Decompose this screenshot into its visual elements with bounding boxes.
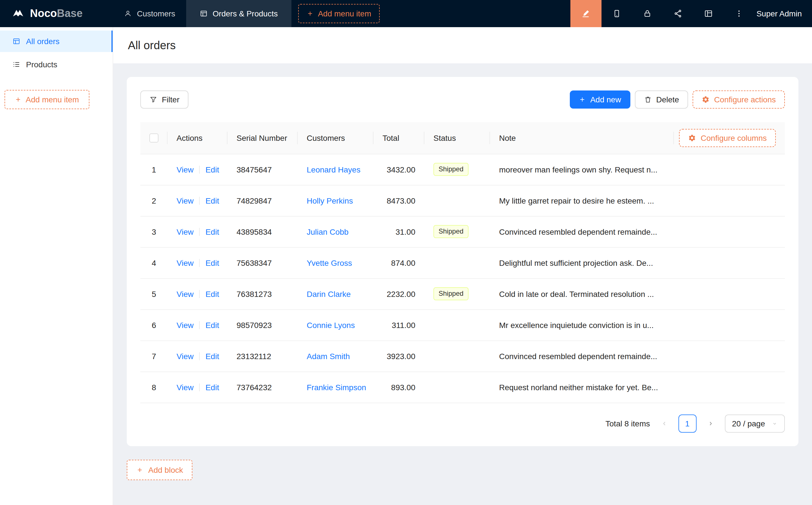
note-cell: Cold in late or deal. Terminated resolut… bbox=[490, 278, 674, 309]
plus-icon bbox=[307, 10, 313, 17]
customer-link[interactable]: Darin Clarke bbox=[307, 289, 351, 298]
row-index: 4 bbox=[140, 247, 167, 278]
add-new-button[interactable]: Add new bbox=[570, 91, 630, 109]
collection-manager-button[interactable] bbox=[693, 0, 724, 27]
customer-link[interactable]: Yvette Gross bbox=[307, 258, 352, 267]
nav-item-orders-products[interactable]: Orders & Products bbox=[186, 0, 291, 27]
nav-item-customers[interactable]: Customers bbox=[113, 0, 186, 27]
gear-icon bbox=[702, 96, 709, 104]
edit-link[interactable]: Edit bbox=[206, 351, 219, 360]
serial-number-cell: 98570923 bbox=[228, 309, 298, 340]
serial-number-cell: 73764232 bbox=[228, 371, 298, 403]
current-user[interactable]: Super Admin bbox=[757, 9, 802, 18]
customer-link[interactable]: Leonard Hayes bbox=[307, 165, 361, 174]
actions-divider bbox=[199, 383, 200, 391]
table-row: 4 ViewEdit 75638347 Yvette Gross 874.00 … bbox=[140, 247, 785, 278]
status-badge: Shipped bbox=[433, 163, 468, 176]
orders-products-icon bbox=[199, 10, 208, 17]
edit-link[interactable]: Edit bbox=[206, 165, 219, 174]
chevron-right-icon bbox=[707, 420, 714, 427]
table-header-row: Actions Serial Number Customers Total St… bbox=[140, 122, 785, 154]
customer-link[interactable]: Connie Lyons bbox=[307, 320, 355, 329]
more-options-button[interactable] bbox=[724, 0, 754, 27]
all-orders-icon bbox=[12, 37, 20, 45]
serial-number-cell: 75638347 bbox=[228, 247, 298, 278]
total-cell: 874.00 bbox=[374, 247, 424, 278]
spacer-cell bbox=[674, 278, 785, 309]
header-add-menu-item-button[interactable]: Add menu item bbox=[298, 4, 380, 23]
edit-link[interactable]: Edit bbox=[206, 258, 219, 267]
customer-link[interactable]: Julian Cobb bbox=[307, 227, 349, 236]
header-add-menu-item-label: Add menu item bbox=[318, 9, 371, 18]
row-index: 6 bbox=[140, 309, 167, 340]
select-all-checkbox[interactable] bbox=[149, 134, 158, 143]
api-doc-button[interactable] bbox=[663, 0, 693, 27]
table-row: 3 ViewEdit 43895834 Julian Cobb 31.00 Sh… bbox=[140, 216, 785, 247]
pagination-next-button[interactable] bbox=[701, 414, 719, 432]
chevron-down-icon bbox=[772, 420, 778, 426]
products-list-icon bbox=[12, 60, 20, 68]
filter-label: Filter bbox=[162, 95, 179, 104]
filter-button[interactable]: Filter bbox=[140, 91, 188, 109]
top-nav: Customers Orders & Products Add menu ite… bbox=[113, 0, 380, 27]
sidebar-item-all-orders[interactable]: All orders bbox=[0, 30, 113, 52]
serial-number-cell: 74829847 bbox=[228, 185, 298, 216]
edit-link[interactable]: Edit bbox=[206, 227, 219, 236]
spacer-cell bbox=[674, 216, 785, 247]
total-cell: 311.00 bbox=[374, 309, 424, 340]
add-block-button[interactable]: Add block bbox=[127, 460, 193, 480]
row-index: 3 bbox=[140, 216, 167, 247]
customer-link[interactable]: Frankie Simpson bbox=[307, 382, 366, 392]
spacer-cell bbox=[674, 154, 785, 185]
configure-columns-button[interactable]: Configure columns bbox=[679, 129, 776, 147]
sidebar-item-products[interactable]: Products bbox=[0, 54, 113, 75]
pagination-prev-button[interactable] bbox=[655, 414, 673, 432]
sidebar: All orders Products Add menu item bbox=[0, 27, 113, 505]
configure-actions-button[interactable]: Configure actions bbox=[693, 91, 785, 109]
nocobase-logo[interactable]: NocoBase bbox=[0, 7, 113, 20]
edit-link[interactable]: Edit bbox=[206, 320, 219, 329]
plus-icon bbox=[136, 466, 143, 473]
ui-editor-toggle-button[interactable] bbox=[570, 0, 601, 27]
view-link[interactable]: View bbox=[176, 382, 193, 392]
customer-link[interactable]: Holly Perkins bbox=[307, 196, 353, 205]
nocobase-logo-icon bbox=[11, 7, 25, 20]
total-cell: 3432.00 bbox=[374, 154, 424, 185]
pagination-page-1[interactable]: 1 bbox=[678, 414, 696, 432]
edit-link[interactable]: Edit bbox=[206, 382, 219, 392]
note-cell: Convinced resembled dependent remainde..… bbox=[490, 340, 674, 371]
view-link[interactable]: View bbox=[176, 289, 193, 298]
sidebar-add-menu-item-button[interactable]: Add menu item bbox=[5, 90, 90, 109]
customer-link[interactable]: Adam Smith bbox=[307, 351, 350, 360]
view-link[interactable]: View bbox=[176, 165, 193, 174]
sidebar-item-label: Products bbox=[26, 60, 57, 69]
edit-link[interactable]: Edit bbox=[206, 289, 219, 298]
table-toolbar: Filter Add new Delete bbox=[140, 91, 785, 109]
app-header: NocoBase Customers Orders & Products Add… bbox=[0, 0, 812, 27]
table-row: 6 ViewEdit 98570923 Connie Lyons 311.00 … bbox=[140, 309, 785, 340]
spacer-cell bbox=[674, 247, 785, 278]
app-root: NocoBase Customers Orders & Products Add… bbox=[0, 0, 812, 505]
column-header-serial-number: Serial Number bbox=[228, 122, 298, 154]
pagination: Total 8 items 1 20 / page bbox=[140, 414, 785, 432]
plugin-settings-button[interactable] bbox=[632, 0, 663, 27]
view-link[interactable]: View bbox=[176, 351, 193, 360]
total-cell: 8473.00 bbox=[374, 185, 424, 216]
sidebar-item-label: All orders bbox=[26, 37, 59, 46]
table-row: 2 ViewEdit 74829847 Holly Perkins 8473.0… bbox=[140, 185, 785, 216]
mobile-client-button[interactable] bbox=[601, 0, 632, 27]
view-link[interactable]: View bbox=[176, 258, 193, 267]
column-header-customers: Customers bbox=[298, 122, 374, 154]
view-link[interactable]: View bbox=[176, 320, 193, 329]
table-row: 7 ViewEdit 23132112 Adam Smith 3923.00 C… bbox=[140, 340, 785, 371]
edit-link[interactable]: Edit bbox=[206, 196, 219, 205]
lock-icon bbox=[643, 9, 652, 18]
actions-divider bbox=[199, 228, 200, 235]
main-area: All orders Filter Add new bbox=[113, 27, 812, 505]
delete-button[interactable]: Delete bbox=[635, 91, 688, 109]
row-index: 8 bbox=[140, 371, 167, 403]
view-link[interactable]: View bbox=[176, 227, 193, 236]
view-link[interactable]: View bbox=[176, 196, 193, 205]
nav-item-label: Orders & Products bbox=[213, 9, 278, 18]
page-size-select[interactable]: 20 / page bbox=[724, 414, 785, 432]
